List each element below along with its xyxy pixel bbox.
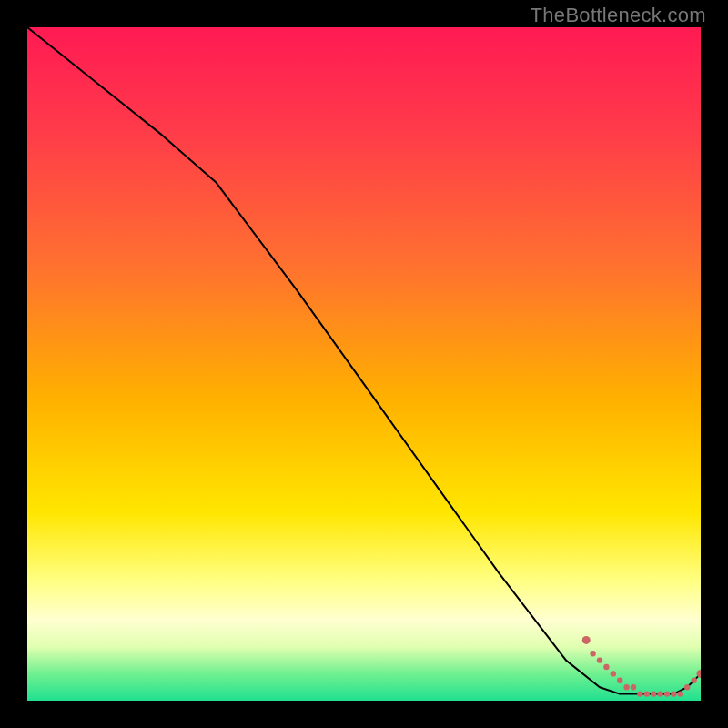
data-point (637, 691, 642, 696)
data-point (697, 670, 702, 678)
chart-svg (27, 27, 701, 701)
data-point (582, 636, 591, 644)
data-point (678, 691, 683, 696)
watermark-text: TheBottleneck.com (531, 4, 706, 27)
data-point (623, 684, 629, 690)
data-point (664, 691, 670, 696)
data-point (651, 691, 656, 696)
data-point (657, 691, 662, 696)
data-point (597, 657, 602, 662)
data-point (671, 691, 676, 696)
data-point (631, 684, 636, 690)
data-point (691, 678, 696, 683)
chart-stage: TheBottleneck.com (0, 0, 728, 728)
data-point (644, 691, 650, 696)
data-point (611, 671, 616, 676)
data-point (684, 684, 690, 690)
curve-line (27, 27, 701, 694)
data-point (590, 651, 595, 656)
data-point (617, 678, 622, 683)
plot-area (27, 27, 701, 701)
data-point (603, 664, 609, 670)
